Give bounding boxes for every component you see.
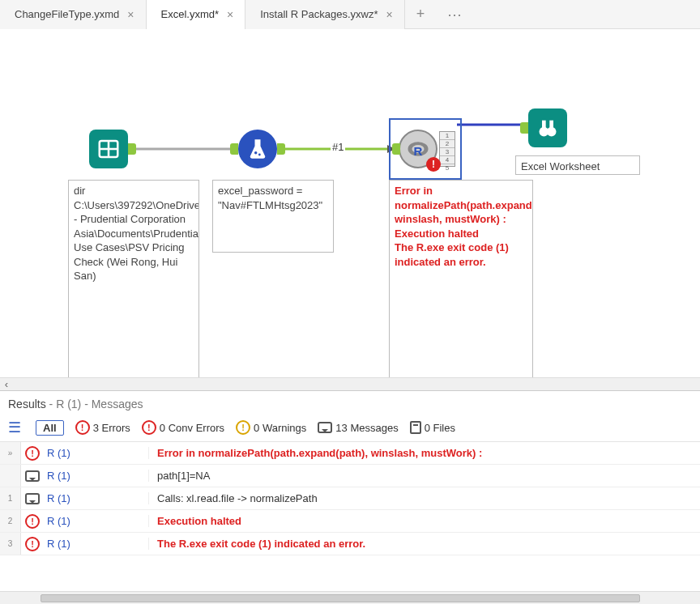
tab-label: Install R Packages.yxwz* xyxy=(260,8,378,20)
row-tool-link[interactable]: R (1) xyxy=(44,470,149,482)
message-row[interactable]: R (1) path[1]=NA xyxy=(0,465,700,487)
tool-formula[interactable] xyxy=(238,130,277,168)
input-port[interactable] xyxy=(520,122,528,134)
tool-formula-caption: excel_password = "Nav#FTLMHtsg2023" xyxy=(212,180,334,253)
close-icon[interactable]: × xyxy=(386,8,392,21)
add-tab-button[interactable]: + xyxy=(405,6,437,23)
row-gutter: 2 xyxy=(0,510,21,532)
svg-point-12 xyxy=(547,127,557,137)
results-header: Results - R (1) - Messages xyxy=(0,391,700,415)
output-anchor-strip[interactable]: 1 2 3 4 5 xyxy=(439,131,455,167)
results-panel: Results - R (1) - Messages ☰ All ! 3 Err… xyxy=(0,390,700,604)
error-icon: ! xyxy=(75,420,90,435)
row-message-text: Calls: xl.read.file -> normalizePath xyxy=(149,492,700,504)
row-message-text: Error in normalizePath(path.expand(path)… xyxy=(149,447,700,459)
message-row[interactable]: 3 ! R (1) The R.exe exit code (1) indica… xyxy=(0,533,700,555)
row-type-icon xyxy=(21,493,44,504)
row-gutter: 3 xyxy=(0,533,21,555)
output-port[interactable] xyxy=(128,143,136,155)
svg-rect-14 xyxy=(549,121,553,128)
tool-browse-caption: Excel Worksheet xyxy=(515,155,640,175)
tab-excel[interactable]: Excel.yxmd* × xyxy=(147,0,246,29)
filter-warnings[interactable]: ! 0 Warnings xyxy=(236,420,306,435)
row-tool-link[interactable]: R (1) xyxy=(44,492,149,504)
tab-install-r[interactable]: Install R Packages.yxwz* × xyxy=(245,0,404,29)
workflow-canvas[interactable]: #1 dir C:\Users\397292\OneDrive - Pruden… xyxy=(0,29,700,390)
input-port[interactable] xyxy=(392,143,400,155)
svg-point-11 xyxy=(540,127,549,137)
more-tabs-button[interactable]: ⋯ xyxy=(436,6,473,23)
message-row[interactable]: » ! R (1) Error in normalizePath(path.ex… xyxy=(0,442,700,465)
output-port[interactable] xyxy=(277,143,285,155)
error-icon: ! xyxy=(142,420,156,435)
messages-table: » ! R (1) Error in normalizePath(path.ex… xyxy=(0,442,700,591)
filter-errors[interactable]: ! 3 Errors xyxy=(75,420,130,435)
row-message-text: The R.exe exit code (1) indicated an err… xyxy=(149,538,700,550)
tool-directory[interactable] xyxy=(89,130,128,168)
tab-label: ChangeFileType.yxmd xyxy=(15,8,119,20)
message-icon xyxy=(318,422,332,433)
row-tool-link[interactable]: R (1) xyxy=(44,538,149,550)
svg-text:R: R xyxy=(414,144,423,158)
filter-all[interactable]: All xyxy=(36,420,64,436)
svg-rect-3 xyxy=(100,141,118,157)
warning-icon: ! xyxy=(236,420,250,435)
tab-changefiletype[interactable]: ChangeFileType.yxmd × xyxy=(0,0,147,29)
filter-messages[interactable]: 13 Messages xyxy=(318,422,398,434)
row-type-icon xyxy=(21,470,44,482)
folder-window-icon xyxy=(96,137,121,161)
svg-point-8 xyxy=(408,142,429,156)
svg-point-6 xyxy=(254,151,258,155)
row-tool-link[interactable]: R (1) xyxy=(44,515,149,527)
r-language-icon: R xyxy=(406,137,430,161)
flask-icon xyxy=(246,138,269,160)
row-type-icon: ! xyxy=(21,446,44,461)
row-gutter: 1 xyxy=(0,487,21,509)
binoculars-icon xyxy=(536,117,559,139)
tool-browse[interactable] xyxy=(528,108,567,147)
svg-rect-13 xyxy=(542,121,546,128)
scroll-left-icon[interactable]: ‹ xyxy=(0,378,13,391)
close-icon[interactable]: × xyxy=(127,8,134,21)
message-row[interactable]: 1 R (1) Calls: xl.read.file -> normalize… xyxy=(0,487,700,510)
row-tool-link[interactable]: R (1) xyxy=(44,447,149,459)
scrollbar-thumb[interactable] xyxy=(41,594,640,602)
hamburger-icon[interactable]: ☰ xyxy=(5,419,24,436)
row-message-text: Execution halted xyxy=(149,515,700,527)
row-message-text: path[1]=NA xyxy=(149,470,700,482)
results-horizontal-scrollbar[interactable] xyxy=(0,591,700,604)
row-type-icon: ! xyxy=(21,537,44,551)
tab-label: Excel.yxmd* xyxy=(161,8,220,20)
filter-files[interactable]: 0 Files xyxy=(410,421,455,434)
canvas-horizontal-scrollbar[interactable]: ‹ xyxy=(0,377,700,390)
connection-label: #1 xyxy=(331,141,345,153)
error-badge-icon: ! xyxy=(426,157,441,172)
svg-point-9 xyxy=(412,145,425,153)
row-type-icon: ! xyxy=(21,514,44,529)
results-context: - R (1) - Messages xyxy=(46,398,143,410)
tool-r-caption: Error in normalizePath(path.expand(path)… xyxy=(389,180,533,384)
tool-r[interactable]: R 1 2 3 4 5 ! xyxy=(399,130,438,168)
tab-bar: ChangeFileType.yxmd × Excel.yxmd* × Inst… xyxy=(0,0,700,29)
input-port[interactable] xyxy=(230,143,238,155)
filter-conv-errors[interactable]: ! 0 Conv Errors xyxy=(142,420,224,435)
row-gutter: » xyxy=(0,442,21,464)
close-icon[interactable]: × xyxy=(227,8,233,21)
results-filter-bar: ☰ All ! 3 Errors ! 0 Conv Errors ! 0 War… xyxy=(0,415,700,442)
row-gutter xyxy=(0,465,21,487)
results-title: Results xyxy=(8,398,46,410)
svg-point-7 xyxy=(258,154,261,156)
file-icon xyxy=(410,421,421,434)
tool-directory-caption: dir C:\Users\397292\OneDrive - Prudentia… xyxy=(68,180,199,390)
message-row[interactable]: 2 ! R (1) Execution halted xyxy=(0,510,700,533)
